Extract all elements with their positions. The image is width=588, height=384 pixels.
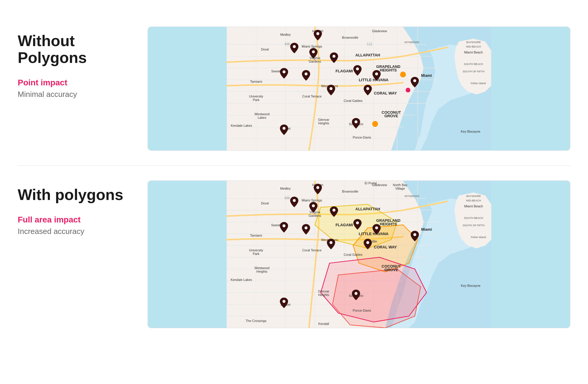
svg-text:GROVE: GROVE (384, 268, 398, 272)
svg-text:Coral Gables: Coral Gables (344, 99, 362, 102)
svg-point-78 (400, 71, 406, 77)
svg-text:Miami Springs: Miami Springs (302, 45, 322, 48)
svg-text:FLAGAMI: FLAGAMI (336, 69, 353, 73)
section1-impact: Point impact (18, 78, 130, 87)
svg-text:Westwood: Westwood (254, 112, 270, 116)
svg-text:SOUTH BEACH: SOUTH BEACH (464, 63, 483, 66)
svg-text:Kendall: Kendall (318, 322, 329, 326)
svg-point-79 (406, 88, 410, 92)
svg-text:Miami Beach: Miami Beach (464, 51, 483, 54)
map1-container: Hialeah Medley Doral Miami Springs Brown… (148, 27, 570, 151)
svg-text:University: University (249, 95, 264, 98)
svg-point-80 (372, 121, 378, 127)
svg-text:Heights: Heights (318, 121, 329, 125)
section2-title: With polygons (18, 186, 130, 203)
svg-point-166 (282, 300, 285, 303)
svg-text:ALLAPATTAH: ALLAPATTAH (355, 53, 380, 57)
svg-text:Westwood: Westwood (254, 266, 270, 270)
svg-point-69 (282, 70, 285, 73)
svg-text:The Crossings: The Crossings (246, 319, 267, 323)
svg-text:112: 112 (367, 43, 372, 45)
svg-text:Heights: Heights (257, 270, 268, 273)
svg-point-71 (356, 67, 359, 70)
svg-text:SOUTH OF FIFTH: SOUTH OF FIFTH (463, 224, 484, 227)
svg-text:HEIGHTS: HEIGHTS (380, 222, 397, 226)
svg-text:Glenvar: Glenvar (318, 118, 329, 121)
svg-text:LITTLE HAVANA: LITTLE HAVANA (359, 78, 388, 82)
map1-svg: Hialeah Medley Doral Miami Springs Brown… (148, 27, 570, 150)
svg-text:836: 836 (285, 196, 289, 199)
svg-text:FLAGAMI: FLAGAMI (336, 223, 353, 227)
svg-text:Gardens: Gardens (309, 214, 321, 217)
svg-point-70 (305, 72, 308, 75)
svg-text:LITTLE HAVANA: LITTLE HAVANA (359, 232, 388, 236)
svg-point-68 (332, 55, 335, 58)
svg-text:Gladeview: Gladeview (372, 29, 387, 33)
svg-text:Glenvar: Glenvar (318, 289, 329, 293)
svg-point-65 (316, 32, 319, 35)
section2-impact: Full area impact (18, 215, 130, 224)
svg-text:Kendale Lakes: Kendale Lakes (231, 124, 252, 127)
svg-text:Key Biscayne: Key Biscayne (461, 284, 480, 287)
svg-text:SOUTH BEACH: SOUTH BEACH (464, 217, 483, 219)
svg-point-72 (375, 72, 378, 75)
svg-text:Kendale Lakes: Kendale Lakes (231, 278, 252, 282)
svg-text:Coral Terrace: Coral Terrace (302, 248, 321, 252)
svg-text:Gardens: Gardens (309, 60, 321, 63)
svg-point-161 (356, 221, 359, 224)
section1-title: Without Polygons (18, 32, 130, 66)
svg-text:Miami Springs: Miami Springs (302, 198, 322, 202)
svg-text:HEIGHTS: HEIGHTS (380, 68, 397, 72)
svg-text:Heights: Heights (318, 293, 329, 297)
svg-point-158 (332, 209, 335, 212)
section1-label: Without Polygons Point impact Minimal ac… (18, 27, 130, 99)
map2-container: Hialeah El Portal North Bay Village Medl… (148, 180, 570, 328)
section1-accuracy: Minimal accuracy (18, 90, 130, 99)
svg-text:SOUTH OF FIFTH: SOUTH OF FIFTH (463, 70, 484, 73)
svg-point-73 (413, 79, 416, 82)
svg-text:MID-BEACH: MID-BEACH (466, 45, 481, 48)
map2-svg: Hialeah El Portal North Bay Village Medl… (148, 181, 570, 328)
svg-text:Tamiami: Tamiami (250, 234, 262, 237)
svg-text:Gladeview: Gladeview (372, 183, 387, 187)
svg-point-164 (329, 241, 332, 244)
svg-point-159 (282, 224, 285, 227)
page-container: Without Polygons Point impact Minimal ac… (0, 0, 588, 355)
svg-point-157 (312, 204, 315, 207)
svg-text:Fisher Island: Fisher Island (471, 236, 486, 239)
svg-text:North Bay: North Bay (393, 183, 407, 187)
svg-point-75 (366, 87, 369, 90)
svg-point-66 (293, 45, 296, 48)
svg-text:MID-BEACH: MID-BEACH (466, 199, 481, 202)
svg-point-162 (375, 226, 378, 229)
svg-point-165 (366, 241, 369, 244)
svg-text:Coral Gables: Coral Gables (344, 253, 362, 256)
svg-point-67 (312, 51, 315, 53)
svg-text:Lakes: Lakes (258, 116, 267, 119)
svg-point-160 (305, 226, 308, 229)
svg-text:Park: Park (253, 252, 259, 256)
svg-text:836: 836 (285, 43, 290, 45)
section-with-polygons: With polygons Full area impact Increased… (18, 166, 570, 343)
svg-text:Miami Beach: Miami Beach (464, 204, 483, 208)
section2-accuracy: Increased accuracy (18, 227, 130, 236)
svg-text:BAYSHORE: BAYSHORE (466, 195, 481, 198)
svg-point-74 (329, 87, 332, 90)
svg-text:Ponce-Davis: Ponce-Davis (353, 309, 371, 312)
svg-text:Medley: Medley (280, 187, 291, 190)
svg-text:Miami: Miami (421, 227, 432, 232)
svg-marker-106 (332, 269, 421, 328)
section-without-polygons: Without Polygons Point impact Minimal ac… (18, 12, 570, 165)
svg-text:Doral: Doral (261, 201, 269, 205)
section2-label: With polygons Full area impact Increased… (18, 180, 130, 236)
svg-point-167 (355, 292, 357, 295)
svg-text:CORAL WAY: CORAL WAY (374, 245, 397, 249)
svg-text:University: University (249, 248, 263, 252)
svg-text:Village: Village (395, 187, 405, 190)
svg-text:Fisher Island: Fisher Island (471, 82, 486, 85)
svg-point-155 (316, 186, 319, 189)
svg-text:Ponce-Davis: Ponce-Davis (353, 136, 371, 139)
svg-text:Miami: Miami (421, 73, 432, 78)
svg-text:Brownsville: Brownsville (342, 36, 358, 39)
svg-text:Medley: Medley (280, 33, 291, 36)
